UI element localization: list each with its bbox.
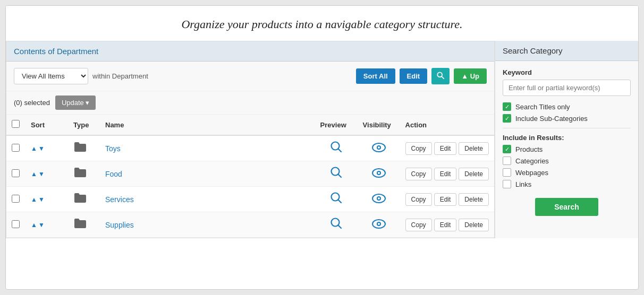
preview-icon-0[interactable] [331,143,342,155]
delete-button-3[interactable]: Delete [459,219,489,231]
item-link-3[interactable]: Supplies [105,221,134,229]
select-all-checkbox[interactable] [12,120,20,128]
include-checkbox-1[interactable] [503,157,511,165]
left-panel-header: Contents of Department [6,41,494,62]
svg-line-18 [338,225,341,229]
folder-icon-1 [73,169,87,180]
edit-button[interactable]: Edit [400,68,428,84]
include-sub-checkbox[interactable]: ✓ [503,114,511,123]
preview-icon-3[interactable] [331,220,342,231]
col-header-visibility: Visibility [358,115,400,135]
svg-point-16 [378,197,380,199]
page-title: Organize your products into a navigable … [6,6,638,41]
edit-row-button-1[interactable]: Edit [434,168,457,180]
sort-down-0[interactable]: ▼ [38,145,45,152]
sort-down-2[interactable]: ▼ [38,196,45,203]
search-titles-row: ✓ Search Titles only [503,102,631,111]
svg-point-21 [378,223,380,225]
include-checkbox-0[interactable]: ✓ [503,145,511,153]
visibility-icon-3[interactable] [372,218,386,231]
sort-down-1[interactable]: ▼ [38,170,45,178]
right-panel: Search Category Keyword ✓ Search Titles … [495,41,638,238]
up-button[interactable]: ▲ Up [454,68,487,84]
keyword-label: Keyword [503,68,631,76]
include-checkbox-3[interactable] [503,180,511,188]
edit-row-button-0[interactable]: Edit [434,142,457,155]
row-checkbox-1[interactable] [12,169,20,177]
selected-count: (0) selected [14,99,50,107]
right-panel-header: Search Category [495,41,638,61]
preview-icon-1[interactable] [331,169,342,180]
sort-up-3[interactable]: ▲ [31,221,37,229]
table-row: ▲ ▼ Supplies [6,212,494,238]
include-checkbox-2[interactable] [503,168,511,177]
include-option-row-2: Webpages [503,168,631,177]
search-category-button[interactable]: Search [535,198,598,216]
include-label-3: Links [515,180,531,188]
visibility-icon-1[interactable] [372,167,386,180]
table-row: ▲ ▼ Food [6,161,494,187]
view-all-select[interactable]: View All Items [14,68,88,84]
col-header-type: Type [68,115,100,135]
include-option-row-1: Categories [503,157,631,165]
update-button[interactable]: Update ▾ [55,96,96,110]
copy-button-1[interactable]: Copy [405,168,432,180]
edit-row-button-3[interactable]: Edit [434,219,457,231]
copy-button-0[interactable]: Copy [405,142,432,155]
include-label-0: Products [515,145,543,153]
include-label-1: Categories [515,157,549,165]
folder-icon-2 [73,194,87,206]
svg-line-8 [338,175,341,178]
delete-button-2[interactable]: Delete [459,193,489,206]
sort-up-0[interactable]: ▲ [31,145,37,152]
row-checkbox-2[interactable] [12,195,20,203]
col-header-preview: Preview [315,115,358,135]
copy-button-2[interactable]: Copy [405,193,432,206]
sort-down-3[interactable]: ▼ [38,221,45,229]
sort-up-2[interactable]: ▲ [31,196,37,203]
keyword-input[interactable] [503,80,631,96]
items-table: Sort Type Name Preview Visibility Action… [6,115,494,238]
visibility-icon-2[interactable] [372,193,386,206]
sort-up-1[interactable]: ▲ [31,170,37,178]
svg-point-11 [378,172,380,174]
visibility-icon-0[interactable] [372,142,386,155]
folder-icon-3 [73,220,87,231]
search-titles-label: Search Titles only [515,103,570,111]
svg-line-13 [338,200,341,203]
svg-point-6 [378,146,380,149]
include-label-2: Webpages [515,169,548,177]
include-option-row-3: Links [503,180,631,188]
row-checkbox-0[interactable] [12,144,20,152]
search-button-toolbar[interactable] [431,68,450,84]
folder-icon-0 [73,143,87,155]
svg-line-1 [442,76,444,79]
include-option-row-0: ✓Products [503,145,631,153]
include-sub-row: ✓ Include Sub-Categories [503,114,631,123]
table-row: ▲ ▼ Services [6,187,494,212]
delete-button-0[interactable]: Delete [459,142,489,155]
col-header-action: Action [400,115,494,135]
selected-row: (0) selected Update ▾ [6,91,494,115]
toolbar-row: View All Items within Department Sort Al… [6,62,494,91]
row-checkbox-3[interactable] [12,220,20,228]
within-label: within Department [92,72,148,80]
preview-icon-2[interactable] [331,194,342,206]
col-header-sort: Sort [26,115,68,135]
copy-button-3[interactable]: Copy [405,219,432,231]
svg-line-3 [338,149,341,152]
search-titles-checkbox[interactable]: ✓ [503,102,511,111]
table-row: ▲ ▼ Toys [6,135,494,161]
item-link-1[interactable]: Food [105,170,122,178]
edit-row-button-2[interactable]: Edit [434,193,457,206]
delete-button-1[interactable]: Delete [459,168,489,180]
col-header-name: Name [100,115,315,135]
include-label: Include in Results: [503,134,631,142]
sort-all-button[interactable]: Sort All [356,68,395,84]
item-link-0[interactable]: Toys [105,144,121,153]
item-link-2[interactable]: Services [105,195,134,204]
include-sub-label: Include Sub-Categories [515,115,588,123]
